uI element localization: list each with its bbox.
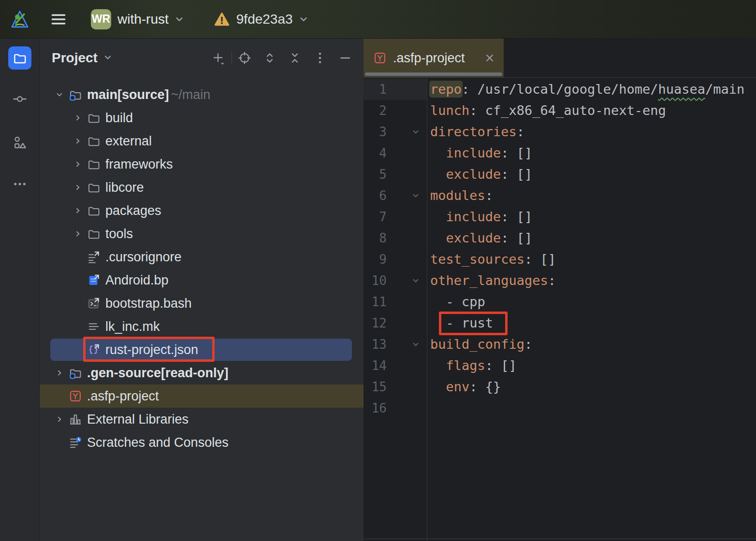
code-line-12[interactable]: 12 - rust bbox=[363, 313, 756, 334]
warning-icon bbox=[214, 11, 230, 28]
tree-row-libcore[interactable]: libcore bbox=[40, 176, 363, 199]
add-button[interactable] bbox=[209, 49, 227, 67]
code-line-5[interactable]: 5 exclude: [] bbox=[363, 164, 756, 185]
active-tab-underline bbox=[365, 72, 502, 76]
panel-options-button[interactable] bbox=[311, 49, 329, 67]
code-line-11[interactable]: 11 - cpp bbox=[363, 291, 756, 313]
code-editor[interactable]: 1repo: /usr/local/google/home/huasea/mai… bbox=[363, 78, 756, 419]
tree-row-bootstrap-bash[interactable]: bootstrap.bash bbox=[40, 292, 363, 315]
yaml-key-token: env bbox=[446, 379, 470, 394]
main-menu-button[interactable] bbox=[49, 10, 68, 28]
tree-row-scratches-and-consoles[interactable]: Scratches and Consoles bbox=[40, 431, 363, 454]
code-token: [] bbox=[517, 209, 533, 224]
fold-chevron-icon[interactable] bbox=[408, 121, 423, 142]
gutter: 5 bbox=[363, 164, 427, 185]
code-line-6[interactable]: 6modules: bbox=[363, 185, 756, 206]
vcs-branch-selector[interactable]: 9fde23a3 bbox=[214, 11, 310, 28]
chevron-right-icon[interactable] bbox=[70, 202, 86, 219]
chevron-spacer bbox=[70, 318, 86, 335]
tool-stripe-more-tool-windows-button[interactable] bbox=[8, 172, 31, 196]
hide-panel-button[interactable] bbox=[336, 49, 354, 67]
tree-row-android-bp[interactable]: Android.bp bbox=[40, 269, 363, 292]
tab-asfp-project[interactable]: .asfp-project bbox=[363, 39, 504, 77]
tree-row-lk-inc-mk[interactable]: lk_inc.mk bbox=[40, 315, 363, 338]
close-icon[interactable] bbox=[483, 52, 496, 64]
project-view-selector[interactable]: Project bbox=[52, 50, 115, 66]
tool-stripe-structure-button[interactable] bbox=[8, 131, 31, 154]
chevron-right-icon[interactable] bbox=[70, 179, 86, 196]
collapse-all-button[interactable] bbox=[286, 49, 304, 67]
tree-row-asfp-project[interactable]: .asfp-project bbox=[40, 384, 363, 408]
chevron-right-icon[interactable] bbox=[70, 133, 86, 149]
fold-chevron-icon[interactable] bbox=[408, 270, 423, 291]
tree-row-packages[interactable]: packages bbox=[40, 199, 363, 222]
gutter: 2 bbox=[363, 100, 427, 121]
code-line-16[interactable]: 16 bbox=[363, 398, 756, 419]
chevron-spacer bbox=[70, 342, 86, 358]
project-selector[interactable]: WR with-rust bbox=[91, 9, 186, 29]
code-token bbox=[430, 358, 446, 373]
folder-icon bbox=[86, 110, 102, 126]
code-line-text: lunch: cf_x86_64_auto-next-eng bbox=[427, 100, 666, 121]
chevron-right-icon[interactable] bbox=[70, 156, 86, 172]
line-number: 3 bbox=[363, 121, 387, 142]
locate-file-button[interactable] bbox=[236, 49, 253, 67]
line-number: 6 bbox=[363, 185, 387, 206]
tree-item-label: Scratches and Consoles bbox=[87, 435, 229, 450]
editor-bottom-border bbox=[363, 539, 756, 539]
code-line-8[interactable]: 8 exclude: [] bbox=[363, 228, 756, 249]
yaml-key-token: flags bbox=[446, 358, 485, 373]
yaml-key-token: other_languages bbox=[430, 273, 548, 288]
code-token: [] bbox=[501, 358, 517, 373]
project-folder-icon bbox=[13, 51, 27, 65]
tool-stripe-project-button[interactable] bbox=[8, 46, 31, 70]
tree-row-external[interactable]: external bbox=[40, 129, 363, 153]
code-token bbox=[430, 315, 446, 330]
chevron-right-icon[interactable] bbox=[70, 110, 86, 126]
code-line-2[interactable]: 2lunch: cf_x86_64_auto-next-eng bbox=[363, 100, 756, 121]
project-panel-title: Project bbox=[52, 50, 98, 66]
code-line-3[interactable]: 3directories: bbox=[363, 121, 756, 142]
code-token: {} bbox=[485, 379, 501, 394]
code-line-7[interactable]: 7 include: [] bbox=[363, 206, 756, 228]
code-token: : bbox=[501, 167, 517, 182]
line-number: 10 bbox=[363, 270, 387, 291]
tree-row-cursorignore[interactable]: .cursorignore bbox=[40, 245, 363, 269]
file-link-icon bbox=[86, 249, 102, 265]
code-line-1[interactable]: 1repo: /usr/local/google/home/huasea/mai… bbox=[363, 79, 756, 100]
more-dots-icon bbox=[12, 176, 28, 192]
code-token bbox=[430, 209, 446, 224]
chevron-down-icon[interactable] bbox=[51, 86, 68, 103]
code-line-13[interactable]: 13build_config: bbox=[363, 334, 756, 355]
tree-row-tools[interactable]: tools bbox=[40, 222, 363, 245]
fold-chevron-icon[interactable] bbox=[408, 334, 423, 355]
code-line-10[interactable]: 10other_languages: bbox=[363, 270, 756, 291]
tree-item-label: main bbox=[87, 87, 117, 102]
tab-label: .asfp-project bbox=[393, 51, 483, 66]
code-line-14[interactable]: 14 flags: [] bbox=[363, 355, 756, 376]
tree-row-external-libraries[interactable]: External Libraries bbox=[40, 408, 363, 431]
folder-icon bbox=[86, 226, 102, 242]
tool-stripe-commit-button[interactable] bbox=[8, 87, 31, 111]
expand-all-button[interactable] bbox=[261, 49, 278, 67]
tree-row-main[interactable]: main [source] ~/main bbox=[40, 83, 363, 106]
chevron-right-icon[interactable] bbox=[51, 365, 68, 381]
makefile-icon bbox=[86, 319, 102, 334]
code-token bbox=[430, 230, 446, 245]
code-line-15[interactable]: 15 env: {} bbox=[363, 376, 756, 398]
line-number: 16 bbox=[363, 398, 387, 419]
tree-row-frameworks[interactable]: frameworks bbox=[40, 153, 363, 176]
chevron-spacer bbox=[70, 249, 86, 265]
code-token: : bbox=[501, 230, 517, 245]
chevron-right-icon[interactable] bbox=[70, 226, 86, 242]
tree-row-build[interactable]: build bbox=[40, 106, 363, 129]
code-line-9[interactable]: 9test_sources: [] bbox=[363, 249, 756, 270]
gutter: 6 bbox=[363, 185, 427, 206]
tree-row-rust-project-json[interactable]: rust-project.json bbox=[40, 338, 363, 361]
code-line-4[interactable]: 4 include: [] bbox=[363, 142, 756, 164]
tree-row-gen-source[interactable]: .gen-source [read-only] bbox=[40, 361, 363, 384]
fold-chevron-icon[interactable] bbox=[408, 185, 423, 206]
chevron-right-icon[interactable] bbox=[51, 411, 68, 427]
gutter: 1 bbox=[363, 79, 427, 100]
code-token: : bbox=[524, 252, 540, 267]
